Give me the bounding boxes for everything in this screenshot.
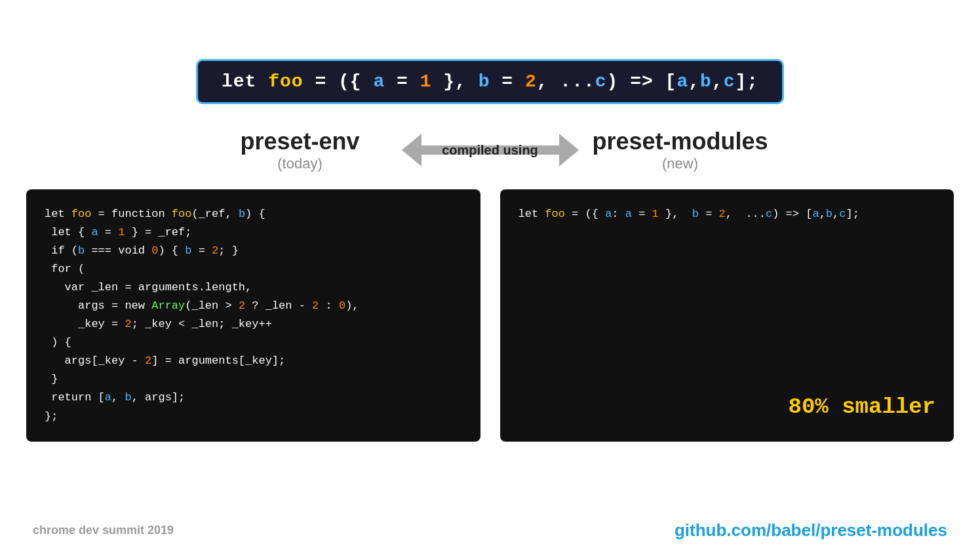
code-line-10: } [45, 370, 462, 389]
code-line-8: ) { [45, 334, 462, 352]
preset-modules-sub: (new) [662, 155, 698, 172]
left-code-panel: let foo = function foo(_ref, b) { let { … [26, 189, 480, 442]
code-line-5: var _len = arguments.length, [45, 278, 462, 297]
code-keyword-let: let [222, 71, 268, 92]
code-line-6: args = new Array(_len > 2 ? _len - 2 : 0… [45, 297, 462, 315]
code-punct-eq: = ({ [304, 71, 374, 92]
code-line-2: let { a = 1 } = _ref; [45, 223, 462, 242]
footer-year: 2019 [147, 524, 174, 537]
footer-left: chrome dev summit 2019 [33, 524, 174, 537]
code-line-4: for ( [45, 260, 462, 278]
left-label-block: preset-env (today) [202, 128, 399, 172]
footer: chrome dev summit 2019 github.com/babel/… [0, 520, 980, 541]
right-code-panel: let foo = ({ a: a = 1 }, b = 2, ...c) =>… [500, 189, 954, 442]
footer-brand: chrome dev summit [33, 524, 144, 537]
preset-env-label: preset-env [240, 128, 359, 155]
code-var-foo: foo [268, 71, 303, 92]
code-line-9: args[_key - 2] = arguments[_key]; [45, 352, 462, 370]
middle-section: preset-env (today) compiled using preset… [0, 124, 980, 176]
code-var-a: a [373, 71, 385, 92]
code-line-1: let foo = function foo(_ref, b) { [45, 205, 462, 223]
code-line-12: }; [45, 408, 462, 426]
code-line-11: return [a, b, args]; [45, 389, 462, 407]
footer-right-link: github.com/babel/preset-modules [675, 520, 947, 541]
right-label-block: preset-modules (new) [582, 128, 779, 172]
code-line-7: _key = 2; _key < _len; _key++ [45, 315, 462, 334]
code-var-b: b [479, 71, 490, 92]
code-line-3: if (b === void 0) { b = 2; } [45, 242, 462, 260]
smaller-badge: 80% smaller [789, 389, 935, 425]
slide: let foo = ({ a = 1 }, b = 2, ...c) => [a… [0, 0, 980, 555]
preset-env-sub: (today) [277, 155, 322, 172]
code-num-1: 1 [420, 71, 432, 92]
arrow-container: compiled using [399, 124, 582, 176]
code-var-c: c [595, 71, 607, 92]
bottom-panels: let foo = function foo(_ref, b) { let { … [0, 189, 980, 442]
top-code-box: let foo = ({ a = 1 }, b = 2, ...c) => [a… [196, 59, 784, 104]
right-code-line: let foo = ({ a: a = 1 }, b = 2, ...c) =>… [519, 205, 936, 223]
arrow-label-text: compiled using [442, 143, 538, 158]
preset-modules-label: preset-modules [592, 128, 768, 155]
code-num-2: 2 [525, 71, 537, 92]
